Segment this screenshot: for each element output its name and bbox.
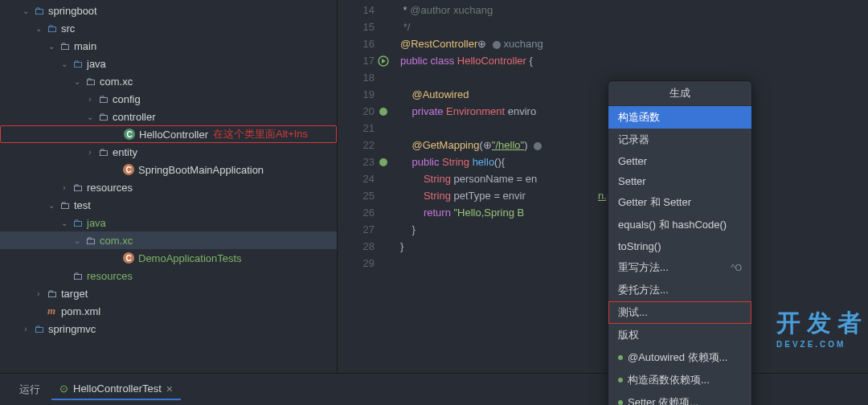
twisty-icon[interactable]: › <box>84 95 96 104</box>
generate-menu-item[interactable]: 委托方法... <box>608 279 751 301</box>
tree-item[interactable]: ⌄🗀src <box>0 19 337 37</box>
twisty-icon[interactable]: ⌄ <box>84 112 96 121</box>
code-line[interactable]: * @author xuchang <box>400 2 868 18</box>
twisty-icon[interactable]: › <box>84 148 96 157</box>
generate-menu-item[interactable]: 版权 <box>608 324 751 346</box>
tree-item[interactable]: ›🗀springmvc <box>0 320 337 338</box>
watermark: 开发者 DEVZE.COM <box>776 307 868 349</box>
popup-title: 生成 <box>608 81 751 106</box>
generate-menu-item[interactable]: @Autowired 依赖项... <box>608 346 751 369</box>
generate-menu-item[interactable]: 构造函数 <box>608 106 751 129</box>
twisty-icon[interactable]: ⌄ <box>71 236 84 245</box>
close-icon[interactable]: × <box>166 382 173 395</box>
twisty-icon[interactable]: ⌄ <box>45 201 58 210</box>
generate-menu-item[interactable]: 记录器 <box>608 129 751 151</box>
code-line[interactable]: */ <box>400 18 868 35</box>
tree-item[interactable]: ›🗀target <box>0 284 337 302</box>
twisty-icon[interactable]: › <box>19 325 32 333</box>
tree-item[interactable]: 🗀resources <box>0 267 337 284</box>
test-tab[interactable]: ⊙ HelloControllerTest × <box>51 379 181 400</box>
tree-item[interactable]: ⌄🗀com.xc <box>0 72 337 90</box>
tree-item[interactable]: ⌄🗀springboot <box>0 2 337 19</box>
tree-item[interactable]: ⌄🗀main <box>0 37 337 55</box>
tree-item[interactable]: ⌄🗀controller <box>0 108 337 125</box>
generate-menu-item[interactable]: Setter <box>608 171 751 191</box>
tree-item[interactable]: ›🗀config <box>0 90 337 108</box>
tree-item[interactable]: CDemoApplicationTests <box>0 249 337 267</box>
generate-menu-item[interactable]: 构造函数依赖项... <box>608 369 751 391</box>
generate-menu-item[interactable]: Getter <box>608 151 751 171</box>
tree-item[interactable]: mpom.xml <box>0 302 337 320</box>
twisty-icon[interactable]: ⌄ <box>58 59 71 68</box>
run-tab[interactable]: 运行 <box>11 379 48 400</box>
tree-item[interactable]: CHelloController在这个类里面Alt+Ins <box>0 125 337 143</box>
twisty-icon[interactable]: › <box>58 183 71 192</box>
tree-item[interactable]: ⌄🗀java <box>0 55 337 72</box>
code-line[interactable]: public class HelloController { <box>400 52 868 69</box>
tree-item[interactable]: ›🗀entity <box>0 143 337 161</box>
generate-menu-item[interactable]: 测试... <box>608 301 751 324</box>
generate-popup: 生成 构造函数记录器GetterSetterGetter 和 Setterequ… <box>608 80 752 405</box>
generate-menu-item[interactable]: Getter 和 Setter <box>608 191 751 214</box>
project-tree[interactable]: ⌄🗀springboot⌄🗀src⌄🗀main⌄🗀java⌄🗀com.xc›🗀c… <box>0 0 338 373</box>
twisty-icon[interactable]: › <box>32 289 45 298</box>
tree-item[interactable]: ⌄🗀java <box>0 214 337 231</box>
tree-item[interactable]: ›🗀resources <box>0 178 337 196</box>
twisty-icon[interactable]: ⌄ <box>32 24 45 33</box>
tree-item[interactable]: ⌄🗀test <box>0 196 337 214</box>
generate-menu-item[interactable]: toString() <box>608 236 751 256</box>
twisty-icon[interactable]: ⌄ <box>58 219 71 227</box>
generate-menu-item[interactable]: equals() 和 hashCode() <box>608 214 751 236</box>
tree-item[interactable]: CSpringBootMainApplication <box>0 161 337 178</box>
twisty-icon[interactable]: ⌄ <box>71 77 84 86</box>
code-line[interactable]: @RestController⊕ xuchang <box>400 35 868 52</box>
generate-menu-item[interactable]: 重写方法...^O <box>608 256 751 279</box>
generate-menu-item[interactable]: Setter 依赖项... <box>608 391 751 405</box>
tree-item[interactable]: ⌄🗀com.xc <box>0 231 337 249</box>
twisty-icon[interactable]: ⌄ <box>19 6 32 15</box>
twisty-icon[interactable]: ⌄ <box>45 42 58 51</box>
code-editor[interactable]: 14151617181920212223242526272829 * @auth… <box>338 0 868 373</box>
